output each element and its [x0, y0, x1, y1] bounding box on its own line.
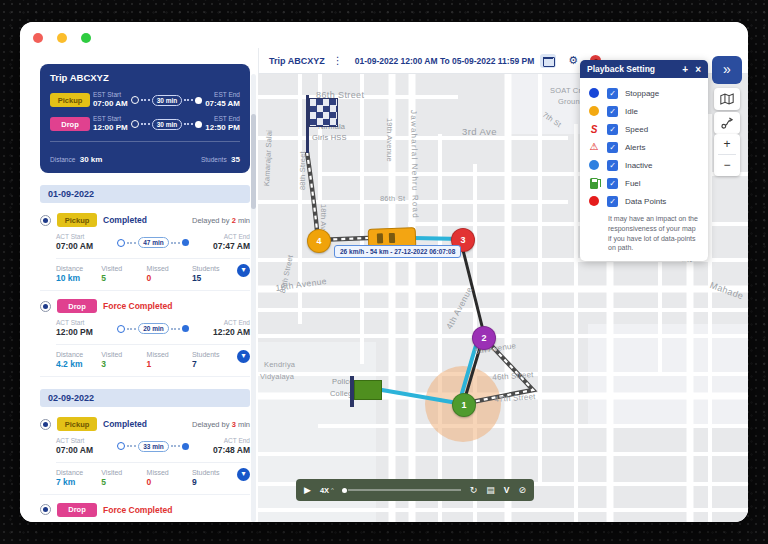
date-range-selector[interactable]: 01-09-2022 12:00 AM To 05-09-2022 11:59 … [355, 56, 535, 66]
calendar-icon[interactable] [540, 54, 556, 68]
green-flag-icon [354, 380, 382, 400]
est-start-label: EST Start [93, 91, 128, 99]
speed-checkbox[interactable]: ✓ [607, 124, 618, 135]
minimize-window-button[interactable] [57, 33, 67, 43]
entry-radio[interactable] [40, 215, 51, 226]
collapse-panel-button[interactable]: » [712, 56, 742, 84]
act-start-time: 07:00 AM [56, 241, 93, 252]
est-start-time: 07:00 AM [93, 99, 128, 109]
map-layers-button[interactable] [714, 88, 740, 110]
act-end-time: 12:20 AM [213, 327, 250, 338]
chevron-down-icon: ▾ [242, 469, 246, 478]
stat-students: 7 [192, 359, 237, 370]
kebab-menu-icon[interactable]: ⋮ [333, 55, 343, 66]
route-share-button[interactable] [714, 112, 740, 134]
playback-settings-body: ✓ Stoppage ✓ Idle S ✓ Speed ⚠ ✓ Alerts ✓ [580, 78, 708, 261]
checkered-flag-icon [309, 98, 338, 127]
fuel-checkbox[interactable]: ✓ [607, 178, 618, 189]
inactive-checkbox[interactable]: ✓ [607, 160, 618, 171]
duration-pill: 30 min [152, 119, 183, 130]
stop-marker-4[interactable]: 4 [307, 229, 331, 253]
gear-icon[interactable]: ⚙ [568, 54, 578, 67]
drop-badge: Drop [57, 299, 97, 313]
date-header: 02-09-2022 [40, 389, 250, 407]
entry-radio[interactable] [40, 301, 51, 312]
stoppage-icon [589, 88, 599, 98]
stop-marker-1[interactable]: 1 [452, 393, 476, 417]
timeline-start-ring [131, 96, 139, 104]
move-icon[interactable]: + [682, 64, 688, 75]
status-text: Force Completed [103, 301, 172, 311]
maximize-window-button[interactable] [81, 33, 91, 43]
sidebar-scrollbar[interactable] [251, 74, 256, 522]
desktop-background: Trip ABCXYZ Pickup EST Start 07:00 AM 30… [0, 0, 768, 544]
expand-entry-button[interactable]: ▾ [237, 264, 250, 277]
stop-marker-2[interactable]: 2 [472, 326, 496, 350]
close-icon[interactable]: × [695, 64, 701, 75]
sidebar-scrollbar-thumb[interactable] [251, 114, 256, 209]
expand-entry-button[interactable]: ▾ [237, 350, 250, 363]
timeline-dash [127, 328, 136, 330]
stoppage-checkbox[interactable]: ✓ [607, 88, 618, 99]
est-end-label: EST End [205, 115, 240, 123]
duration-pill: 33 min [138, 441, 169, 452]
act-end-time: 07:48 AM [213, 445, 250, 456]
delay-prefix: Delayed by [192, 420, 230, 429]
entry-stats: Distance7 km Visited5 Missed0 Students9 … [56, 462, 250, 488]
playback-settings-note: It may have an impact on the responsiven… [588, 211, 700, 253]
delay-suffix: min [238, 216, 250, 225]
slider-track[interactable] [348, 489, 461, 491]
entry-radio[interactable] [40, 419, 51, 430]
delay-minutes: 2 [232, 216, 236, 225]
data-points-checkbox[interactable]: ✓ [607, 196, 618, 207]
stat-label: Distance [56, 350, 101, 359]
speed-caret-icon[interactable]: ^ [331, 487, 334, 493]
alerts-checkbox[interactable]: ✓ [607, 142, 618, 153]
timeline-start-ring [117, 325, 125, 333]
idle-checkbox[interactable]: ✓ [607, 106, 618, 117]
slider-knob[interactable] [342, 488, 347, 493]
playback-progress-slider[interactable] [342, 488, 461, 493]
expand-entry-button[interactable]: ▾ [237, 468, 250, 481]
stat-label: Distance [56, 468, 101, 477]
setting-row-speed: S ✓ Speed [588, 121, 700, 137]
disable-path-icon[interactable]: ⊘ [518, 486, 526, 495]
alert-triangle-icon: ⚠ [590, 142, 599, 152]
playback-speed-selector[interactable]: 4X [320, 486, 329, 495]
drop-badge: Drop [50, 117, 90, 131]
trip-entry-drop: Drop Force Completed ACT Start07:00 AM 4… [40, 495, 250, 522]
timeline-dash [127, 445, 136, 447]
sidebar-content: Trip ABCXYZ Pickup EST Start 07:00 AM 30… [40, 48, 250, 522]
stat-label: Visited [101, 468, 146, 477]
act-start-label: ACT Start [56, 437, 93, 445]
setting-row-inactive: ✓ Inactive [588, 157, 700, 173]
replay-icon[interactable]: ↻ [470, 486, 478, 495]
stat-visited: 3 [101, 359, 146, 370]
status-text: Force Completed [103, 505, 172, 515]
entry-stats: Distance4.2 km Visited3 Missed1 Students… [56, 344, 250, 370]
est-start-time: 12:00 PM [93, 123, 128, 133]
est-start-label: EST Start [93, 115, 128, 123]
entry-radio[interactable] [40, 504, 51, 515]
entry-timeline: ACT Start12:00 PM 20 min ACT End12:20 AM [56, 319, 250, 338]
marker-number: 3 [460, 235, 465, 245]
map-layers-icon [720, 93, 734, 105]
report-icon[interactable]: ▤ [486, 486, 495, 495]
close-window-button[interactable] [33, 33, 43, 43]
duration-timeline: 30 min [131, 119, 203, 130]
zoom-in-button[interactable]: + [714, 134, 740, 154]
entry-timeline: ACT Start07:00 AM 33 min ACT End07:48 AM [56, 437, 250, 456]
stat-distance: 10 km [56, 273, 101, 284]
play-button[interactable]: ▶ [304, 485, 311, 495]
stat-label: Distance [56, 264, 101, 273]
trip-entry-pickup: Pickup Completed Delayed by 3 min ACT St… [40, 415, 250, 495]
setting-row-alerts: ⚠ ✓ Alerts [588, 139, 700, 155]
act-start-time: 07:00 AM [56, 445, 93, 456]
trip-entry-pickup: Pickup Completed Delayed by 2 min ACT St… [40, 211, 250, 291]
est-end-label: EST End [205, 91, 240, 99]
zoom-out-button[interactable]: − [714, 155, 740, 175]
pickup-badge: Pickup [50, 93, 90, 107]
skip-icon[interactable]: V [504, 486, 510, 495]
act-end-label: ACT End [213, 233, 250, 241]
entry-timeline: ACT Start07:00 AM 47 min ACT End07:47 AM [56, 233, 250, 252]
